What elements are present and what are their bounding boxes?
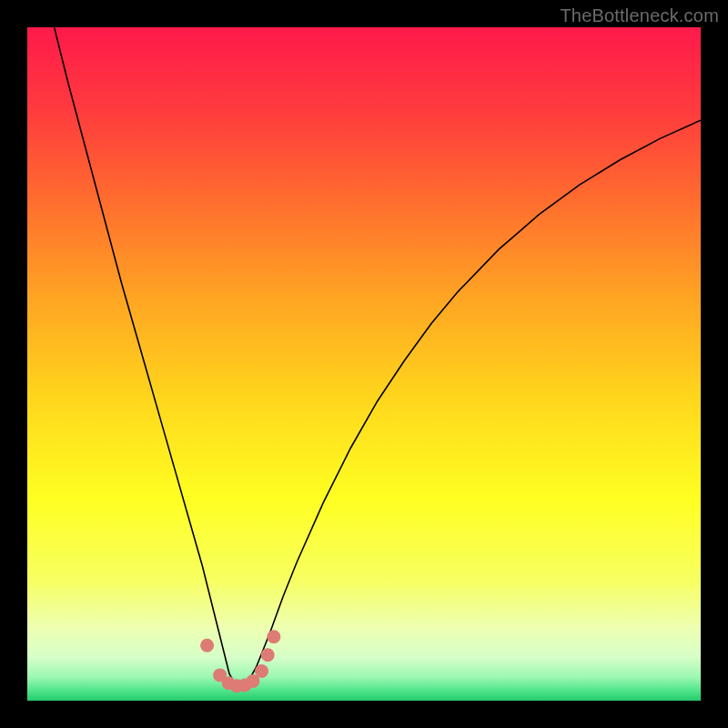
- gradient-background: [27, 27, 701, 701]
- marker-dot: [261, 648, 275, 662]
- marker-dot: [200, 639, 214, 652]
- plot-area: [27, 27, 701, 701]
- marker-dot: [255, 664, 268, 678]
- marker-dot: [267, 630, 280, 643]
- watermark-text: TheBottleneck.com: [560, 5, 719, 26]
- outer-frame: TheBottleneck.com: [0, 0, 728, 728]
- chart-svg: [27, 27, 701, 701]
